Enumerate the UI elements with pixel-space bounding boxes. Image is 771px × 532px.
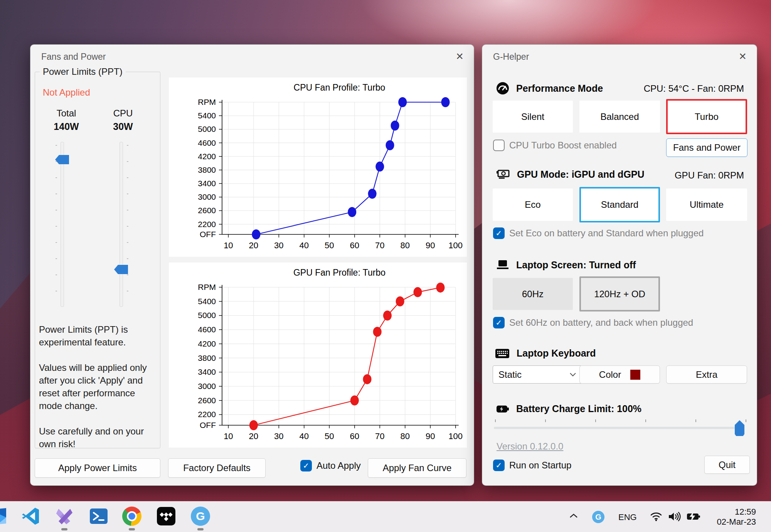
refresh-120hz-od-button[interactable]: 120Hz + OD xyxy=(579,276,660,311)
apply-fan-curve-button[interactable]: Apply Fan Curve xyxy=(368,458,466,478)
close-icon[interactable]: ✕ xyxy=(456,52,464,61)
tray-chevron-up-icon[interactable] xyxy=(569,513,578,520)
cpu-fan-curve-chart[interactable]: CPU Fan Profile: TurboOFF220026003000340… xyxy=(169,77,467,257)
svg-text:70: 70 xyxy=(375,431,384,441)
gpu-card-icon xyxy=(496,168,510,180)
eco-on-battery-row[interactable]: Set Eco on battery and Standard when plu… xyxy=(493,227,704,239)
svg-text:2200: 2200 xyxy=(198,410,216,419)
svg-text:100: 100 xyxy=(448,241,463,250)
svg-text:20: 20 xyxy=(249,241,258,250)
svg-text:60: 60 xyxy=(350,431,359,441)
tray-time: 12:59 xyxy=(717,507,756,517)
auto-apply-checkbox-row[interactable]: Auto Apply xyxy=(300,460,361,471)
60hz-on-battery-row[interactable]: Set 60Hz on battery, and back when plugg… xyxy=(493,317,693,328)
svg-text:2200: 2200 xyxy=(198,220,216,229)
svg-text:80: 80 xyxy=(401,431,410,441)
mode-balanced-button[interactable]: Balanced xyxy=(579,101,660,133)
ghelper-icon[interactable]: G xyxy=(191,507,210,526)
power-limits-note: Power Limits (PPT) isexperimental featur… xyxy=(39,323,155,450)
apply-power-limits-button[interactable]: Apply Power Limits xyxy=(35,458,160,478)
svg-text:4200: 4200 xyxy=(198,152,216,161)
run-on-startup-checkbox[interactable] xyxy=(493,460,505,471)
60hz-on-battery-label: Set 60Hz on battery, and back when plugg… xyxy=(509,317,693,328)
powershell-icon[interactable] xyxy=(89,507,108,526)
mode-turbo-button[interactable]: Turbo xyxy=(666,99,747,134)
svg-text:OFF: OFF xyxy=(200,421,216,429)
ghelper-tray-icon[interactable]: G xyxy=(592,511,604,523)
svg-text:5400: 5400 xyxy=(198,297,216,306)
svg-text:70: 70 xyxy=(375,241,384,250)
gpu-fan-curve-chart[interactable]: GPU Fan Profile: TurboOFF220026003000340… xyxy=(169,263,467,448)
battery-charging-tray-icon[interactable] xyxy=(687,512,700,523)
tray-date: 02-Mar-23 xyxy=(717,517,756,527)
factory-defaults-button[interactable]: Factory Defaults xyxy=(168,458,266,478)
tidal-icon[interactable] xyxy=(157,507,176,526)
slider-track[interactable] xyxy=(61,142,64,307)
60hz-on-battery-checkbox[interactable] xyxy=(493,317,505,328)
speaker-icon[interactable] xyxy=(668,512,681,523)
close-icon[interactable]: ✕ xyxy=(739,52,747,61)
svg-text:20: 20 xyxy=(249,431,258,441)
run-on-startup-row[interactable]: Run on Startup xyxy=(493,460,571,471)
cpu-turbo-boost-checkbox[interactable] xyxy=(493,140,505,151)
total-label: Total xyxy=(42,108,91,119)
svg-text:3400: 3400 xyxy=(198,367,216,376)
svg-text:100: 100 xyxy=(448,431,463,441)
svg-text:RPM: RPM xyxy=(198,283,216,291)
vscode-icon[interactable] xyxy=(21,507,40,526)
svg-text:4200: 4200 xyxy=(198,339,216,348)
eco-on-battery-checkbox[interactable] xyxy=(493,227,505,239)
svg-text:RPM: RPM xyxy=(198,98,216,106)
slider-track[interactable] xyxy=(120,142,123,307)
cpu-power-slider[interactable] xyxy=(114,140,129,308)
running-indicator xyxy=(129,528,135,530)
quit-button[interactable]: Quit xyxy=(704,456,750,474)
keyboard-icon xyxy=(495,348,510,359)
fans-and-power-button[interactable]: Fans and Power xyxy=(666,138,747,157)
language-indicator[interactable]: ENG xyxy=(618,512,637,522)
gpu-standard-button[interactable]: Standard xyxy=(579,187,660,222)
slider-ticks xyxy=(56,145,57,304)
svg-text:3800: 3800 xyxy=(198,354,216,362)
svg-text:60: 60 xyxy=(350,241,359,250)
keyboard-extra-button[interactable]: Extra xyxy=(666,365,747,384)
svg-text:40: 40 xyxy=(300,431,309,441)
running-indicator xyxy=(197,528,204,530)
total-power-slider[interactable] xyxy=(55,140,70,308)
battery-slider-track[interactable] xyxy=(494,427,736,429)
chrome-icon[interactable] xyxy=(122,507,141,526)
power-limits-group-title: Power Limits (PPT) xyxy=(40,66,126,77)
clock[interactable]: 12:59 02-Mar-23 xyxy=(717,507,756,527)
eco-on-battery-label: Set Eco on battery and Standard when plu… xyxy=(509,228,704,239)
mode-silent-button[interactable]: Silent xyxy=(493,101,573,133)
mail-partial-icon[interactable] xyxy=(0,507,8,526)
slider-ticks xyxy=(127,145,128,304)
laptop-screen-header: Laptop Screen: Turned off xyxy=(496,259,636,271)
svg-text:GPU Fan Profile: Turbo: GPU Fan Profile: Turbo xyxy=(293,268,386,278)
svg-text:5000: 5000 xyxy=(198,125,216,133)
total-value: 140W xyxy=(42,121,91,132)
cpu-slider-handle[interactable] xyxy=(114,265,128,274)
cpu-value: 30W xyxy=(99,121,147,132)
gpu-ultimate-button[interactable]: Ultimate xyxy=(666,189,747,221)
svg-text:80: 80 xyxy=(401,241,410,250)
cpu-turbo-boost-row[interactable]: CPU Turbo Boost enabled xyxy=(493,140,617,151)
total-slider-handle[interactable] xyxy=(55,155,69,164)
version-link[interactable]: Version 0.12.0.0 xyxy=(497,441,563,452)
chevron-down-icon xyxy=(569,372,576,377)
laptop-keyboard-header: Laptop Keyboard xyxy=(495,348,596,359)
svg-text:3000: 3000 xyxy=(198,192,216,201)
visual-studio-icon[interactable] xyxy=(55,507,74,526)
auto-apply-checkbox[interactable] xyxy=(300,460,312,471)
svg-text:2600: 2600 xyxy=(198,206,216,215)
keyboard-color-button[interactable]: Color xyxy=(579,365,660,384)
svg-text:10: 10 xyxy=(224,431,233,441)
gpu-fan-chart-panel: GPU Fan Profile: TurboOFF220026003000340… xyxy=(169,263,467,448)
keyboard-mode-select[interactable]: Static xyxy=(493,365,582,384)
wifi-icon[interactable] xyxy=(650,512,662,523)
battery-slider-handle[interactable] xyxy=(735,420,744,436)
battery-limit-title: Battery Charge Limit: 100% xyxy=(516,403,641,414)
gpu-eco-button[interactable]: Eco xyxy=(493,189,573,221)
refresh-60hz-button[interactable]: 60Hz xyxy=(493,278,573,310)
keyboard-color-label: Color xyxy=(599,369,621,380)
